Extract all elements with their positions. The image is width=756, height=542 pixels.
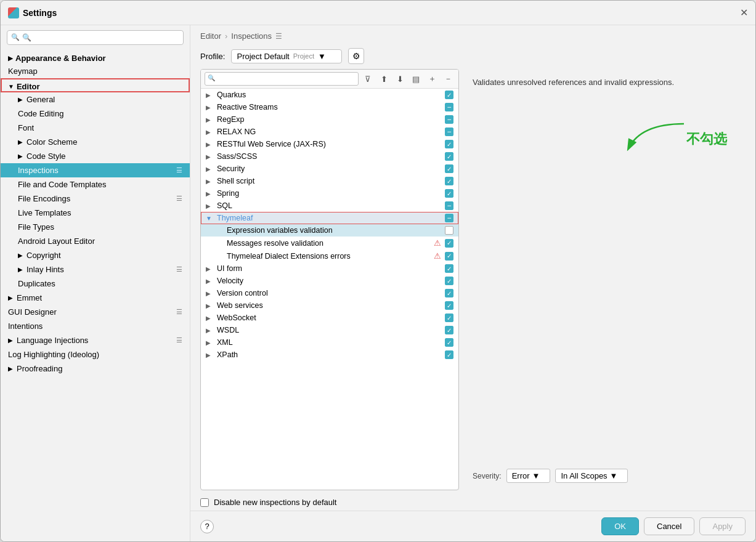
insp-checkbox-expr-var-validation[interactable] [445,226,453,235]
sidebar-item-log-highlighting[interactable]: Log Highlighting (Ideolog) [1,347,190,362]
insp-checkbox-xml[interactable]: ✓ [445,338,453,347]
insp-checkbox-msg-resolve-validation[interactable]: ✓ [445,239,453,248]
insp-checkbox-xpath[interactable]: ✓ [445,350,453,359]
apply-button[interactable]: Apply [699,517,746,535]
severity-label: Severity: [473,472,502,480]
collapse-all-button[interactable]: ⬇ [393,72,407,86]
expand-all-button[interactable]: ⬆ [377,72,391,86]
insp-checkbox-spring[interactable]: ✓ [445,189,453,198]
sidebar-item-code-editing[interactable]: Code Editing [1,107,190,121]
export-button[interactable]: ▤ [409,72,423,86]
settings-dialog: Settings ✕ ▶ Appearance & Behavior Keyma… [0,0,756,542]
insp-row-version-control[interactable]: ▶ Version control ✓ [201,287,458,299]
insp-checkbox-thymeleaf-dialect-errors[interactable]: ✓ [445,252,453,261]
sidebar-item-emmet[interactable]: ▶ Emmet [1,291,190,305]
insp-checkbox-shell-script[interactable]: ✓ [445,177,453,185]
sidebar-search-input[interactable] [7,30,184,45]
disable-inspections-bar: Disable new inspections by default [190,495,755,511]
insp-row-restful[interactable]: ▶ RESTful Web Service (JAX-RS) ✓ [201,138,458,150]
insp-row-ui-form[interactable]: ▶ UI form ✓ [201,262,458,275]
remove-button[interactable]: － [441,72,455,86]
sidebar-item-font[interactable]: Font [1,121,190,135]
sidebar-item-appearance[interactable]: ▶ Appearance & Behavior [1,50,190,64]
sidebar-item-copyright[interactable]: ▶ Copyright [1,248,190,262]
insp-checkbox-reactive-streams[interactable]: − [445,103,453,111]
insp-row-expr-var-validation[interactable]: Expression variables validation [201,224,458,237]
sidebar-item-code-style[interactable]: ▶ Code Style [1,149,190,163]
insp-row-msg-resolve-validation[interactable]: Messages resolve validation ⚠ ✓ [201,237,458,249]
add-button[interactable]: ＋ [425,72,439,86]
sidebar-item-editor[interactable]: ▼ Editor [1,78,190,92]
disable-new-inspections-checkbox[interactable] [200,498,209,507]
insp-row-security[interactable]: ▶ Security ✓ [201,163,458,175]
insp-checkbox-web-services[interactable]: ✓ [445,301,453,310]
ok-button[interactable]: OK [601,517,639,535]
gear-button[interactable]: ⚙ [348,48,364,64]
insp-row-shell-script[interactable]: ▶ Shell script ✓ [201,175,458,187]
scope-select-dropdown[interactable]: In All Scopes ▼ [555,469,628,483]
insp-row-regexp[interactable]: ▶ RegExp − [201,113,458,126]
filter-button[interactable]: ⊽ [361,72,375,86]
severity-value: Error [512,471,530,480]
insp-row-web-services[interactable]: ▶ Web services ✓ [201,299,458,312]
sidebar-item-language-injections[interactable]: ▶ Language Injections ☰ [1,333,190,347]
insp-row-velocity[interactable]: ▶ Velocity ✓ [201,275,458,287]
sidebar-item-file-encodings[interactable]: File Encodings ☰ [1,192,190,206]
sidebar-item-file-code-templates[interactable]: File and Code Templates [1,177,190,192]
insp-label-regexp: RegExp [217,115,441,124]
insp-row-sql[interactable]: ▶ SQL − [201,200,458,212]
insp-checkbox-wsdl[interactable]: ✓ [445,326,453,334]
insp-checkbox-restful[interactable]: ✓ [445,140,453,148]
breadcrumb-editor: Editor [200,31,221,41]
insp-label-ui-form: UI form [217,264,441,273]
insp-row-xpath[interactable]: ▶ XPath ✓ [201,349,458,361]
insp-checkbox-security[interactable]: ✓ [445,164,453,173]
sidebar-item-gui-designer[interactable]: GUI Designer ☰ [1,305,190,319]
sidebar-item-keymap[interactable]: Keymap [1,64,190,78]
sidebar-item-proofreading[interactable]: ▶ Proofreading [1,362,190,376]
insp-label-xml: XML [217,338,441,347]
sidebar-item-general[interactable]: ▶ General [1,92,190,107]
sidebar-item-color-scheme[interactable]: ▶ Color Scheme [1,135,190,149]
insp-label-spring: Spring [217,189,441,198]
insp-checkbox-regexp[interactable]: − [445,115,453,124]
sidebar-badge-file-encodings: ☰ [176,195,182,203]
insp-checkbox-sass[interactable]: ✓ [445,152,453,161]
sidebar-item-live-templates[interactable]: Live Templates [1,206,190,220]
insp-row-relax-ng[interactable]: ▶ RELAX NG − [201,126,458,138]
insp-row-websocket[interactable]: ▶ WebSocket ✓ [201,312,458,324]
close-button[interactable]: ✕ [740,7,748,18]
help-button[interactable]: ? [200,520,214,533]
insp-row-thymeleaf[interactable]: ▼ Thymeleaf − [201,212,458,224]
insp-row-wsdl[interactable]: ▶ WSDL ✓ [201,324,458,336]
insp-row-spring[interactable]: ▶ Spring ✓ [201,187,458,200]
insp-checkbox-relax-ng[interactable]: − [445,127,453,136]
breadcrumb-sep: › [225,31,227,41]
insp-checkbox-quarkus[interactable]: ✓ [445,91,453,99]
severity-select-dropdown[interactable]: Error ▼ [506,469,551,483]
sidebar-item-inlay-hints[interactable]: ▶ Inlay Hints ☰ [1,262,190,277]
breadcrumb-icon: ☰ [275,32,282,41]
insp-row-thymeleaf-dialect-errors[interactable]: Thymeleaf Dialect Extensions errors ⚠ ✓ [201,249,458,262]
sidebar-item-file-types[interactable]: File Types [1,220,190,234]
inspections-search-input[interactable] [205,72,359,86]
insp-row-sass[interactable]: ▶ Sass/SCSS ✓ [201,150,458,163]
insp-checkbox-thymeleaf[interactable]: − [445,214,453,222]
insp-row-reactive-streams[interactable]: ▶ Reactive Streams − [201,101,458,113]
profile-arrow: ▼ [318,52,326,61]
insp-checkbox-velocity[interactable]: ✓ [445,277,453,285]
sidebar-item-inspections[interactable]: Inspections ☰ [1,163,190,177]
cancel-button[interactable]: Cancel [644,517,694,535]
insp-checkbox-sql[interactable]: − [445,201,453,210]
sidebar-label-keymap: Keymap [8,67,182,76]
insp-row-xml[interactable]: ▶ XML ✓ [201,336,458,349]
insp-checkbox-websocket[interactable]: ✓ [445,313,453,322]
insp-checkbox-version-control[interactable]: ✓ [445,289,453,297]
sidebar-item-intentions[interactable]: Intentions [1,319,190,333]
insp-row-quarkus[interactable]: ▶ Quarkus ✓ [201,89,458,101]
sidebar-label-copyright: Copyright [26,251,182,260]
sidebar-item-duplicates[interactable]: Duplicates [1,277,190,291]
sidebar-item-android-layout-editor[interactable]: Android Layout Editor [1,234,190,248]
insp-checkbox-ui-form[interactable]: ✓ [445,264,453,273]
profile-select-dropdown[interactable]: Project Default Project ▼ [231,49,342,63]
